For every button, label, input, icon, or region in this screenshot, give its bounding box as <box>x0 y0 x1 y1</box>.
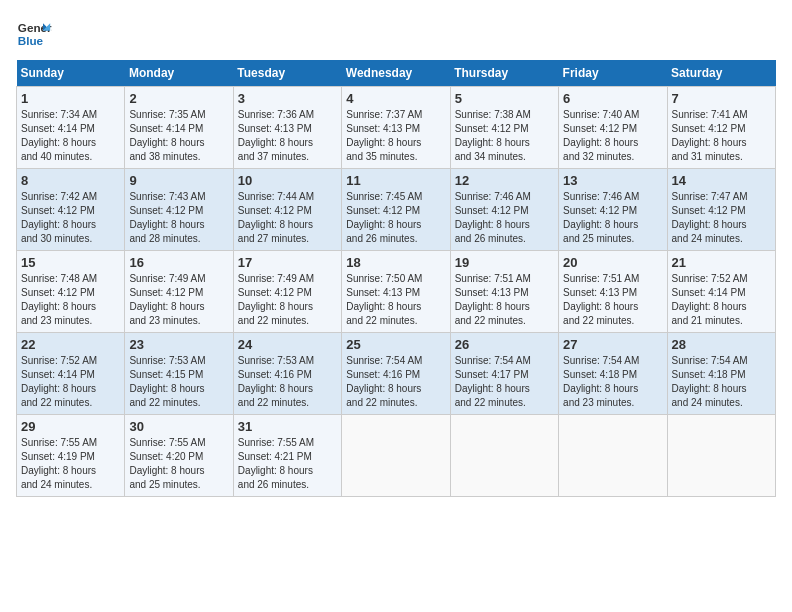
day-info: Sunrise: 7:55 AM Sunset: 4:21 PM Dayligh… <box>238 436 337 492</box>
day-info: Sunrise: 7:36 AM Sunset: 4:13 PM Dayligh… <box>238 108 337 164</box>
day-number: 18 <box>346 255 445 270</box>
calendar-cell: 12Sunrise: 7:46 AM Sunset: 4:12 PM Dayli… <box>450 169 558 251</box>
day-info: Sunrise: 7:52 AM Sunset: 4:14 PM Dayligh… <box>672 272 771 328</box>
calendar-cell: 15Sunrise: 7:48 AM Sunset: 4:12 PM Dayli… <box>17 251 125 333</box>
calendar-week-2: 8Sunrise: 7:42 AM Sunset: 4:12 PM Daylig… <box>17 169 776 251</box>
day-info: Sunrise: 7:43 AM Sunset: 4:12 PM Dayligh… <box>129 190 228 246</box>
day-info: Sunrise: 7:34 AM Sunset: 4:14 PM Dayligh… <box>21 108 120 164</box>
calendar-table: SundayMondayTuesdayWednesdayThursdayFrid… <box>16 60 776 497</box>
calendar-cell <box>667 415 775 497</box>
day-number: 21 <box>672 255 771 270</box>
day-number: 23 <box>129 337 228 352</box>
day-number: 1 <box>21 91 120 106</box>
calendar-cell: 27Sunrise: 7:54 AM Sunset: 4:18 PM Dayli… <box>559 333 667 415</box>
day-info: Sunrise: 7:46 AM Sunset: 4:12 PM Dayligh… <box>563 190 662 246</box>
calendar-header: SundayMondayTuesdayWednesdayThursdayFrid… <box>17 60 776 87</box>
day-number: 27 <box>563 337 662 352</box>
day-info: Sunrise: 7:37 AM Sunset: 4:13 PM Dayligh… <box>346 108 445 164</box>
day-number: 12 <box>455 173 554 188</box>
calendar-week-4: 22Sunrise: 7:52 AM Sunset: 4:14 PM Dayli… <box>17 333 776 415</box>
calendar-cell: 11Sunrise: 7:45 AM Sunset: 4:12 PM Dayli… <box>342 169 450 251</box>
day-number: 25 <box>346 337 445 352</box>
calendar-cell: 8Sunrise: 7:42 AM Sunset: 4:12 PM Daylig… <box>17 169 125 251</box>
calendar-cell: 7Sunrise: 7:41 AM Sunset: 4:12 PM Daylig… <box>667 87 775 169</box>
calendar-cell: 4Sunrise: 7:37 AM Sunset: 4:13 PM Daylig… <box>342 87 450 169</box>
day-info: Sunrise: 7:54 AM Sunset: 4:18 PM Dayligh… <box>563 354 662 410</box>
day-info: Sunrise: 7:51 AM Sunset: 4:13 PM Dayligh… <box>563 272 662 328</box>
calendar-cell: 20Sunrise: 7:51 AM Sunset: 4:13 PM Dayli… <box>559 251 667 333</box>
day-info: Sunrise: 7:50 AM Sunset: 4:13 PM Dayligh… <box>346 272 445 328</box>
day-number: 24 <box>238 337 337 352</box>
calendar-cell: 26Sunrise: 7:54 AM Sunset: 4:17 PM Dayli… <box>450 333 558 415</box>
day-info: Sunrise: 7:44 AM Sunset: 4:12 PM Dayligh… <box>238 190 337 246</box>
day-info: Sunrise: 7:35 AM Sunset: 4:14 PM Dayligh… <box>129 108 228 164</box>
day-number: 16 <box>129 255 228 270</box>
day-number: 10 <box>238 173 337 188</box>
day-number: 2 <box>129 91 228 106</box>
day-number: 26 <box>455 337 554 352</box>
calendar-cell: 10Sunrise: 7:44 AM Sunset: 4:12 PM Dayli… <box>233 169 341 251</box>
day-info: Sunrise: 7:40 AM Sunset: 4:12 PM Dayligh… <box>563 108 662 164</box>
calendar-week-5: 29Sunrise: 7:55 AM Sunset: 4:19 PM Dayli… <box>17 415 776 497</box>
day-info: Sunrise: 7:54 AM Sunset: 4:18 PM Dayligh… <box>672 354 771 410</box>
day-number: 29 <box>21 419 120 434</box>
day-info: Sunrise: 7:49 AM Sunset: 4:12 PM Dayligh… <box>129 272 228 328</box>
day-info: Sunrise: 7:53 AM Sunset: 4:16 PM Dayligh… <box>238 354 337 410</box>
day-info: Sunrise: 7:42 AM Sunset: 4:12 PM Dayligh… <box>21 190 120 246</box>
svg-text:Blue: Blue <box>18 34 44 47</box>
day-number: 3 <box>238 91 337 106</box>
day-info: Sunrise: 7:54 AM Sunset: 4:17 PM Dayligh… <box>455 354 554 410</box>
calendar-cell: 23Sunrise: 7:53 AM Sunset: 4:15 PM Dayli… <box>125 333 233 415</box>
calendar-week-3: 15Sunrise: 7:48 AM Sunset: 4:12 PM Dayli… <box>17 251 776 333</box>
calendar-cell: 3Sunrise: 7:36 AM Sunset: 4:13 PM Daylig… <box>233 87 341 169</box>
header-day-monday: Monday <box>125 60 233 87</box>
day-info: Sunrise: 7:46 AM Sunset: 4:12 PM Dayligh… <box>455 190 554 246</box>
day-number: 20 <box>563 255 662 270</box>
day-number: 13 <box>563 173 662 188</box>
calendar-cell <box>450 415 558 497</box>
day-number: 17 <box>238 255 337 270</box>
day-number: 28 <box>672 337 771 352</box>
day-number: 19 <box>455 255 554 270</box>
calendar-cell: 28Sunrise: 7:54 AM Sunset: 4:18 PM Dayli… <box>667 333 775 415</box>
header-day-friday: Friday <box>559 60 667 87</box>
calendar-cell: 1Sunrise: 7:34 AM Sunset: 4:14 PM Daylig… <box>17 87 125 169</box>
header-day-wednesday: Wednesday <box>342 60 450 87</box>
day-info: Sunrise: 7:54 AM Sunset: 4:16 PM Dayligh… <box>346 354 445 410</box>
day-number: 30 <box>129 419 228 434</box>
day-number: 5 <box>455 91 554 106</box>
day-number: 4 <box>346 91 445 106</box>
calendar-body: 1Sunrise: 7:34 AM Sunset: 4:14 PM Daylig… <box>17 87 776 497</box>
day-info: Sunrise: 7:48 AM Sunset: 4:12 PM Dayligh… <box>21 272 120 328</box>
calendar-cell: 14Sunrise: 7:47 AM Sunset: 4:12 PM Dayli… <box>667 169 775 251</box>
calendar-cell: 2Sunrise: 7:35 AM Sunset: 4:14 PM Daylig… <box>125 87 233 169</box>
calendar-cell <box>559 415 667 497</box>
header-day-sunday: Sunday <box>17 60 125 87</box>
day-info: Sunrise: 7:52 AM Sunset: 4:14 PM Dayligh… <box>21 354 120 410</box>
day-info: Sunrise: 7:51 AM Sunset: 4:13 PM Dayligh… <box>455 272 554 328</box>
header-day-thursday: Thursday <box>450 60 558 87</box>
day-number: 7 <box>672 91 771 106</box>
calendar-cell: 29Sunrise: 7:55 AM Sunset: 4:19 PM Dayli… <box>17 415 125 497</box>
day-number: 8 <box>21 173 120 188</box>
day-info: Sunrise: 7:55 AM Sunset: 4:20 PM Dayligh… <box>129 436 228 492</box>
logo-icon: General Blue <box>16 16 52 52</box>
day-info: Sunrise: 7:53 AM Sunset: 4:15 PM Dayligh… <box>129 354 228 410</box>
day-number: 9 <box>129 173 228 188</box>
calendar-cell: 22Sunrise: 7:52 AM Sunset: 4:14 PM Dayli… <box>17 333 125 415</box>
calendar-cell: 16Sunrise: 7:49 AM Sunset: 4:12 PM Dayli… <box>125 251 233 333</box>
day-number: 22 <box>21 337 120 352</box>
header: General Blue <box>16 16 776 52</box>
day-number: 6 <box>563 91 662 106</box>
header-day-tuesday: Tuesday <box>233 60 341 87</box>
logo: General Blue <box>16 16 52 52</box>
header-day-saturday: Saturday <box>667 60 775 87</box>
calendar-cell: 9Sunrise: 7:43 AM Sunset: 4:12 PM Daylig… <box>125 169 233 251</box>
calendar-week-1: 1Sunrise: 7:34 AM Sunset: 4:14 PM Daylig… <box>17 87 776 169</box>
calendar-cell: 18Sunrise: 7:50 AM Sunset: 4:13 PM Dayli… <box>342 251 450 333</box>
day-number: 11 <box>346 173 445 188</box>
calendar-cell: 19Sunrise: 7:51 AM Sunset: 4:13 PM Dayli… <box>450 251 558 333</box>
calendar-cell: 24Sunrise: 7:53 AM Sunset: 4:16 PM Dayli… <box>233 333 341 415</box>
calendar-cell: 17Sunrise: 7:49 AM Sunset: 4:12 PM Dayli… <box>233 251 341 333</box>
day-info: Sunrise: 7:55 AM Sunset: 4:19 PM Dayligh… <box>21 436 120 492</box>
